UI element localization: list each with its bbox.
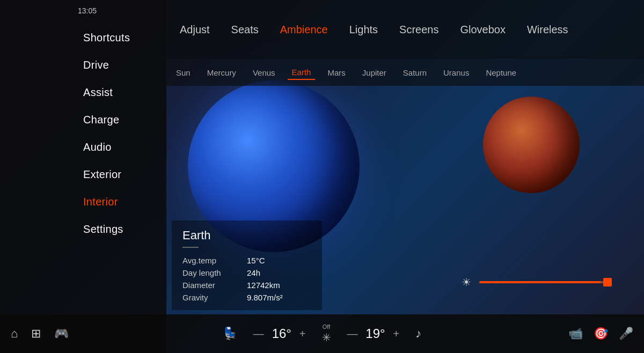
- sidebar-item-interior[interactable]: Interior: [0, 188, 166, 216]
- steering-icon[interactable]: 🎯: [594, 327, 608, 341]
- brightness-icon: ☀: [462, 276, 471, 289]
- brightness-control: ☀: [462, 276, 612, 289]
- planet-info-panel: Earth Avg.temp 15°C Day length 24h Diame…: [172, 220, 322, 310]
- fan-off-label: Off: [323, 323, 330, 330]
- fan-icon[interactable]: ✳: [322, 331, 331, 344]
- apps-icon[interactable]: ⊞: [31, 327, 41, 341]
- fan-control: Off ✳: [322, 323, 331, 344]
- right-temp-control: — 19° +: [347, 326, 400, 341]
- nav-seats[interactable]: Seats: [229, 21, 261, 39]
- left-temp-plus[interactable]: +: [299, 328, 306, 340]
- climate-controls: 💺 — 16° + Off ✳ — 19° + ♪: [223, 323, 421, 344]
- left-temp-value: 16°: [268, 326, 295, 341]
- stat-label-2: Diameter: [182, 281, 247, 290]
- planet-tab-venus[interactable]: Venus: [248, 66, 280, 79]
- music-note-icon[interactable]: ♪: [415, 327, 421, 341]
- info-divider: [182, 247, 199, 248]
- home-icon[interactable]: ⌂: [11, 327, 18, 341]
- sidebar-item-audio[interactable]: Audio: [0, 134, 166, 161]
- stat-value-1: 24h: [247, 268, 311, 277]
- bottom-left-icons: ⌂ ⊞ 🎮: [11, 327, 69, 341]
- planet-tab-mars[interactable]: Mars: [323, 66, 349, 79]
- nav-glovebox[interactable]: Glovebox: [457, 21, 508, 39]
- planet-tab-earth[interactable]: Earth: [288, 65, 316, 80]
- stat-label-0: Avg.temp: [182, 256, 247, 265]
- planet-tab-uranus[interactable]: Uranus: [439, 66, 473, 79]
- mic-icon[interactable]: 🎤: [619, 327, 633, 341]
- planet-tab-neptune[interactable]: Neptune: [481, 66, 521, 79]
- planet-name: Earth: [182, 229, 311, 242]
- nav-screens[interactable]: Screens: [397, 21, 441, 39]
- sidebar-item-charge[interactable]: Charge: [0, 106, 166, 134]
- sidebar-item-exterior[interactable]: Exterior: [0, 161, 166, 188]
- seat-heat-left-icon[interactable]: 💺: [223, 327, 237, 341]
- sidebar: Shortcuts Drive Assist Charge Audio Exte…: [0, 0, 166, 353]
- right-temp-plus[interactable]: +: [393, 328, 400, 340]
- planet-tab-jupiter[interactable]: Jupiter: [358, 66, 391, 79]
- brightness-fill: [479, 281, 601, 283]
- stat-value-0: 15°C: [247, 256, 311, 265]
- bottom-right-icons: 📹 🎯 🎤: [568, 327, 633, 341]
- brightness-slider[interactable]: [479, 281, 612, 283]
- left-temp-control: — 16° +: [253, 326, 306, 341]
- sidebar-item-shortcuts[interactable]: Shortcuts: [0, 24, 166, 52]
- nav-lights[interactable]: Lights: [347, 21, 380, 39]
- stat-label-3: Gravity: [182, 293, 247, 302]
- camera-icon[interactable]: 📹: [568, 327, 583, 341]
- nav-ambience[interactable]: Ambience: [277, 21, 331, 39]
- sidebar-item-drive[interactable]: Drive: [0, 52, 166, 79]
- bottom-bar: ⌂ ⊞ 🎮 💺 — 16° + Off ✳ — 19° + ♪ 📹 🎯 🎤: [0, 314, 644, 353]
- gamepad-icon[interactable]: 🎮: [54, 327, 69, 341]
- planet-tab-mercury[interactable]: Mercury: [203, 66, 240, 79]
- right-temp-value: 19°: [362, 326, 389, 341]
- sidebar-item-assist[interactable]: Assist: [0, 79, 166, 106]
- stat-value-2: 12742km: [247, 281, 311, 290]
- nav-wireless[interactable]: Wireless: [524, 21, 571, 39]
- stat-label-1: Day length: [182, 268, 247, 277]
- sidebar-item-settings[interactable]: Settings: [0, 216, 166, 243]
- brightness-thumb[interactable]: [603, 278, 612, 286]
- nav-adjust[interactable]: Adjust: [177, 21, 213, 39]
- time-display: 13:05: [78, 6, 97, 15]
- left-temp-minus[interactable]: —: [253, 328, 264, 340]
- right-temp-minus[interactable]: —: [347, 328, 358, 340]
- planet-tab-sun[interactable]: Sun: [172, 66, 195, 79]
- planet-mars-visual: [483, 97, 580, 193]
- planet-tab-saturn[interactable]: Saturn: [399, 66, 431, 79]
- planet-stats-table: Avg.temp 15°C Day length 24h Diameter 12…: [182, 256, 311, 302]
- stat-value-3: 9.807m/s²: [247, 293, 311, 302]
- top-nav: Adjust Seats Ambience Lights Screens Glo…: [166, 0, 644, 59]
- planet-tabs: Sun Mercury Venus Earth Mars Jupiter Sat…: [166, 59, 644, 86]
